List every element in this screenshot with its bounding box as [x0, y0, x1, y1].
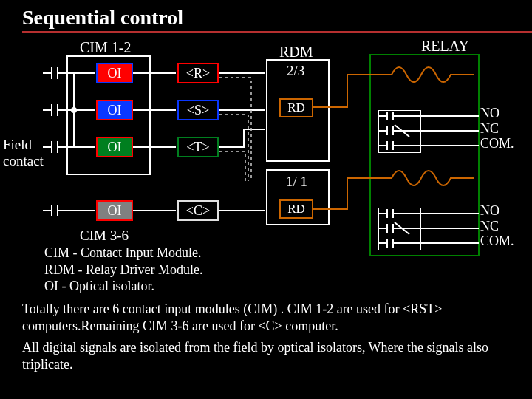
page-title: Sequential control — [0, 0, 532, 30]
legend: CIM - Contact Input Module. RDM - Relay … — [44, 245, 202, 295]
para-2: All digital signals are isolated from th… — [22, 339, 517, 372]
diagram-stage: Fieldcontact CIM 1-2 OI OI OI <R> <S> <T… — [0, 33, 532, 395]
para-1: Totally there are 6 contact input module… — [22, 301, 517, 334]
wiring-svg — [0, 33, 532, 277]
